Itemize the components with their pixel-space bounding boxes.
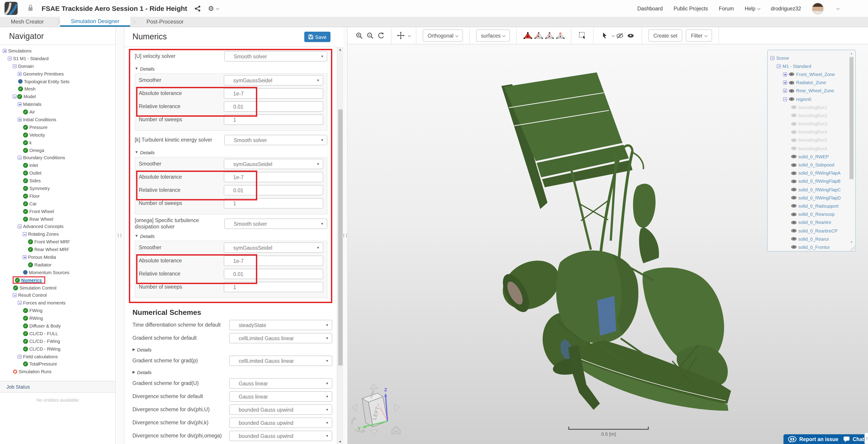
sidebar-item-pressure[interactable]: ✓Pressure xyxy=(0,123,115,131)
viewport-canvas[interactable]: SceneM1 - StandardFront_Wheel_ZoneRadiat… xyxy=(348,44,868,444)
visibility-eye-icon[interactable] xyxy=(789,72,794,76)
tab-post-processor[interactable]: Post-Processor xyxy=(135,17,194,27)
scene-scrollbar[interactable]: ▲ ▼ xyxy=(849,52,854,250)
scene-item-solid-0-reartire[interactable]: solid_0_Reartire xyxy=(768,218,855,227)
smoother-select[interactable]: symGaussSeidel▼ xyxy=(224,242,323,253)
projection-select[interactable]: Orthogonal xyxy=(423,29,463,41)
scrollbar-thumb[interactable] xyxy=(338,110,342,365)
pan-menu-chevron-icon[interactable] xyxy=(408,34,411,37)
scene-item-solid-0-radsupport[interactable]: solid_0_Radsupport xyxy=(768,202,855,210)
sidebar-item-rear-wheel[interactable]: ✓Rear Wheel xyxy=(0,215,115,223)
tab-simulation-designer[interactable]: Simulation Designer xyxy=(60,17,130,27)
sidebar-item-diffuser-body[interactable]: ✓Diffuser & Body xyxy=(0,322,115,330)
scene-item-solid-0-sidepood[interactable]: solid_0_Sidepood xyxy=(768,161,855,169)
sidebar-item-model[interactable]: ✓Model xyxy=(0,93,115,101)
job-status-header[interactable]: Job Status xyxy=(0,381,115,393)
nav-public-projects[interactable]: Public Projects xyxy=(674,6,708,11)
username[interactable]: drodriguez32 xyxy=(771,6,801,11)
sidebar-item-porous-media[interactable]: Porous Media xyxy=(0,253,115,261)
sidebar-item-geometry-primitives[interactable]: Geometry Primitives xyxy=(0,70,115,78)
save-button[interactable]: Save xyxy=(304,32,331,42)
sidebar-item-rwing[interactable]: ✓RWing xyxy=(0,315,115,322)
visibility-eye-icon[interactable] xyxy=(789,89,794,93)
number-of-sweeps-input[interactable]: 1 xyxy=(224,198,323,209)
scene-item-solid-0-rwingflapc[interactable]: solid_0_RWingFlapC xyxy=(768,185,855,194)
form-resize-divider[interactable] xyxy=(343,27,348,444)
absolute-tolerance-input[interactable]: 1e-7 xyxy=(224,88,323,99)
select-divergence-scheme-for-div-phi-omega[interactable]: bounded Gauss upwind▼ xyxy=(229,431,332,441)
visibility-eye-icon[interactable] xyxy=(791,147,797,150)
visibility-eye-icon[interactable] xyxy=(791,196,797,200)
number-of-sweeps-input[interactable]: 1 xyxy=(224,282,323,292)
details-toggle[interactable]: ▶Details xyxy=(132,346,332,353)
notification-tab[interactable]: ! xyxy=(864,433,868,444)
details-toggle[interactable]: ▼Details xyxy=(135,233,327,239)
sidebar-item-sides[interactable]: ✓Sides xyxy=(0,177,115,184)
sidebar-item-simulation-control[interactable]: ✓Simulation Control xyxy=(0,284,115,292)
sidebar-item-k[interactable]: ✓k xyxy=(0,139,115,146)
zoom-out-icon[interactable] xyxy=(365,30,376,41)
filter-button[interactable]: Filter xyxy=(686,29,712,41)
sidebar-item-boundary-conditions[interactable]: Boundary Conditions xyxy=(0,154,115,162)
project-settings-gear-icon[interactable]: ⚙ xyxy=(208,5,219,12)
nav-forum[interactable]: Forum xyxy=(719,6,734,11)
visibility-eye-icon[interactable] xyxy=(791,114,797,117)
sidebar-item-fwing[interactable]: ✓FWing xyxy=(0,307,115,315)
simscale-logo-icon[interactable] xyxy=(4,2,18,15)
tab-mesh-creator[interactable]: Mesh Creator xyxy=(0,17,55,27)
select-vertex-icon[interactable] xyxy=(555,30,566,41)
visibility-eye-icon[interactable] xyxy=(791,139,797,142)
sidebar-item-inlet[interactable]: ✓Inlet xyxy=(0,162,115,170)
scene-item-radiator-zone[interactable]: Radiator_Zone xyxy=(768,79,855,87)
scene-item-solid-0-rwep[interactable]: solid_0_RWEP xyxy=(768,153,855,161)
pan-move-icon[interactable] xyxy=(395,30,406,41)
details-toggle[interactable]: ▶Details xyxy=(132,369,332,376)
visibility-eye-icon[interactable] xyxy=(791,237,797,241)
box-select-icon[interactable] xyxy=(577,30,588,41)
sidebar-item-field-calculations[interactable]: Field calculations xyxy=(0,353,115,360)
scene-item-m1-standard[interactable]: M1 - Standard xyxy=(768,62,855,70)
relative-tolerance-input[interactable]: 0.01 xyxy=(224,101,323,112)
select-divergence-scheme-for-div-phi-u[interactable]: bounded Gauss upwind▼ xyxy=(229,405,332,415)
sidebar-item-topological-entity-sets[interactable]: Topological Entity Sets xyxy=(0,78,115,85)
sidebar-item-air[interactable]: ✓Air xyxy=(0,108,115,116)
sidebar-item-omega[interactable]: ✓Omega xyxy=(0,146,115,154)
select-time-differentiation-scheme-for-default[interactable]: steadyState▼ xyxy=(229,320,332,330)
visibility-eye-icon[interactable] xyxy=(791,204,797,208)
select-omega-specific-turbulence-dissipation-solver[interactable]: Smooth solver▼ xyxy=(224,218,327,229)
sidebar-item-forces-and-moments[interactable]: Forces and moments xyxy=(0,299,115,307)
scene-item-boundingbox1[interactable]: boundingBox1 xyxy=(768,103,855,111)
sidebar-item-result-control[interactable]: Result Control xyxy=(0,292,115,299)
sidebar-item-numerics[interactable]: ✓Numerics xyxy=(0,276,115,284)
sidebar-item-floor[interactable]: ✓Floor xyxy=(0,192,115,200)
relative-tolerance-input[interactable]: 0.01 xyxy=(224,185,323,196)
scene-item-solid-0-reartirecp[interactable]: solid_0_ReartireCP xyxy=(768,227,855,235)
visibility-eye-icon[interactable] xyxy=(791,122,797,125)
select-gradient-scheme-for-default[interactable]: cellLimited Gauss linear▼ xyxy=(229,333,332,343)
visibility-eye-icon[interactable] xyxy=(791,180,797,183)
scene-item-boundingbox2[interactable]: boundingBox2 xyxy=(768,112,855,120)
relative-tolerance-input[interactable]: 0.01 xyxy=(224,269,323,279)
visibility-eye-icon[interactable] xyxy=(791,188,797,191)
visibility-eye-icon[interactable] xyxy=(791,229,797,233)
select-gradient-scheme-for-grad-p[interactable]: cellLimited Gauss linear▼ xyxy=(229,356,332,366)
create-set-button[interactable]: Create set xyxy=(649,29,682,41)
scene-item-solid-0-rwingflapa[interactable]: solid_0_RWingFlapA xyxy=(768,169,855,177)
sidebar-item-cl-cd-fwing[interactable]: ✓CL/CD - FWing xyxy=(0,337,115,345)
panel-resize-handle-icon[interactable] xyxy=(849,245,855,250)
visibility-eye-icon[interactable] xyxy=(791,245,797,249)
visibility-eye-icon[interactable] xyxy=(789,81,794,84)
scrollbar-thumb[interactable] xyxy=(849,57,854,179)
scene-item-solid-0-frontur[interactable]: solid_0_Frontur xyxy=(768,243,855,251)
smoother-select[interactable]: symGaussSeidel▼ xyxy=(224,75,323,86)
user-menu-chevron-icon[interactable] xyxy=(836,7,839,10)
scene-item-boundingbox3[interactable]: boundingBox3 xyxy=(768,120,855,128)
scroll-up-icon[interactable]: ▲ xyxy=(337,48,343,51)
sidebar-item-simulation-runs[interactable]: Simulation Runs xyxy=(0,368,115,376)
sidebar-item-mesh[interactable]: ✓Mesh xyxy=(0,85,115,93)
visibility-eye-icon[interactable] xyxy=(791,130,797,134)
sidebar-item-domain[interactable]: Domain xyxy=(0,62,115,70)
select-k-turbulent-kinetic-energy-solver[interactable]: Smooth solver▼ xyxy=(224,135,327,145)
absolute-tolerance-input[interactable]: 1e-7 xyxy=(224,256,323,266)
car-3d-model[interactable] xyxy=(463,68,735,421)
